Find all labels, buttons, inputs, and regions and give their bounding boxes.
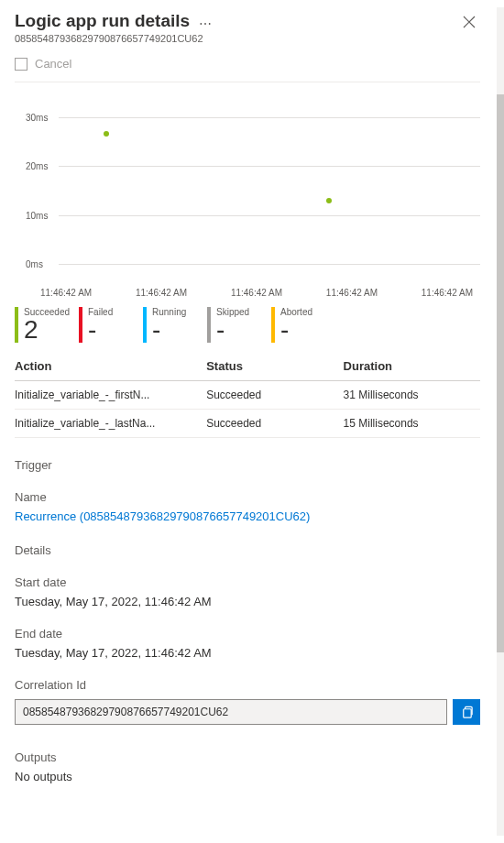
outputs-value: No outputs (15, 770, 480, 783)
end-date-value: Tuesday, May 17, 2022, 11:46:42 AM (15, 646, 480, 660)
status-value: - (280, 317, 312, 343)
table-header: Action Status Duration (15, 352, 480, 381)
trigger-section: Trigger (15, 458, 480, 472)
status-color-bar (79, 307, 82, 343)
col-status: Status (206, 359, 343, 373)
more-icon[interactable]: ⋯ (199, 16, 212, 31)
cell-action: Initialize_variable_-_firstN... (15, 389, 206, 401)
status-item: Running - (143, 307, 207, 343)
x-tick-label: 11:46:42 AM (422, 288, 473, 298)
cancel-label: Cancel (35, 57, 71, 71)
run-id: 08585487936829790876657749201CU62 (15, 33, 458, 44)
copy-button[interactable] (453, 699, 480, 725)
table-row[interactable]: Initialize_variable_-_lastNa... Succeede… (15, 410, 480, 438)
col-duration: Duration (344, 359, 480, 373)
svg-rect-0 (463, 708, 470, 717)
status-item: Aborted - (271, 307, 335, 343)
gridline (59, 166, 480, 167)
cell-status: Succeeded (206, 389, 343, 401)
gridline (59, 264, 480, 265)
start-date-value: Tuesday, May 17, 2022, 11:46:42 AM (15, 595, 480, 608)
outputs-section: Outputs (15, 750, 480, 764)
cell-duration: 15 Milliseconds (344, 417, 480, 430)
page-title: Logic app run details (15, 11, 190, 30)
chart-x-axis: 11:46:42 AM11:46:42 AM11:46:42 AM11:46:4… (15, 282, 480, 298)
scrollbar-thumb[interactable] (497, 94, 504, 652)
y-tick-label: 30ms (26, 113, 48, 123)
x-tick-label: 11:46:42 AM (231, 288, 282, 298)
trigger-name-link[interactable]: Recurrence (0858548793682979087665774920… (15, 509, 480, 523)
correlation-id-label: Correlation Id (15, 678, 480, 692)
status-value: 2 (24, 317, 70, 343)
status-value: - (152, 317, 186, 343)
divider (15, 82, 480, 82)
x-tick-label: 11:46:42 AM (40, 288, 92, 298)
chart-point (326, 198, 332, 203)
status-item: Skipped - (207, 307, 271, 343)
cancel-box-icon (15, 58, 27, 71)
end-date-label: End date (15, 627, 480, 640)
gridline (59, 215, 480, 216)
cancel-button: Cancel (15, 57, 480, 78)
status-color-bar (207, 307, 211, 343)
close-icon (463, 16, 476, 28)
cell-status: Succeeded (206, 417, 343, 430)
status-item: Failed - (79, 307, 143, 343)
copy-icon (460, 706, 474, 719)
col-action: Action (15, 359, 206, 373)
details-section: Details (15, 543, 480, 557)
scrollbar[interactable] (497, 7, 504, 836)
status-counts: Succeeded 2 Failed - Running - Skipped -… (15, 307, 480, 343)
gridline (59, 117, 480, 118)
status-color-bar (143, 307, 147, 343)
table-row[interactable]: Initialize_variable_-_firstN... Succeede… (15, 381, 480, 410)
x-tick-label: 11:46:42 AM (326, 288, 378, 298)
duration-chart: 0ms10ms20ms30ms (15, 99, 480, 282)
close-button[interactable] (458, 11, 480, 33)
start-date-label: Start date (15, 575, 480, 589)
status-color-bar (271, 307, 275, 343)
y-tick-label: 20ms (26, 161, 48, 171)
y-tick-label: 0ms (26, 259, 43, 269)
correlation-id-field[interactable] (15, 699, 447, 725)
actions-table: Action Status Duration Initialize_variab… (15, 352, 480, 438)
cell-action: Initialize_variable_-_lastNa... (15, 417, 206, 430)
cell-duration: 31 Milliseconds (344, 389, 480, 401)
status-color-bar (15, 307, 18, 343)
chart-point (104, 131, 109, 137)
y-tick-label: 10ms (26, 210, 48, 220)
x-tick-label: 11:46:42 AM (136, 288, 187, 298)
status-value: - (88, 317, 113, 343)
status-value: - (216, 317, 249, 343)
trigger-name-label: Name (15, 490, 480, 504)
status-item: Succeeded 2 (15, 307, 79, 343)
